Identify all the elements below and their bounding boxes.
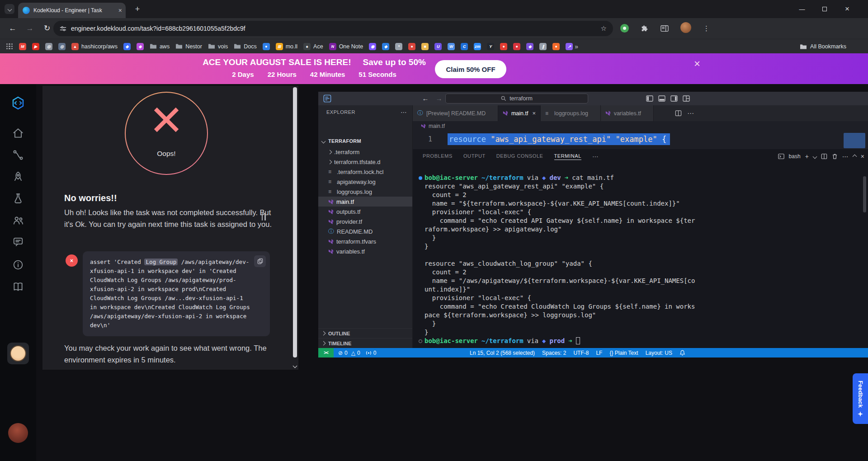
info-icon[interactable]: [12, 259, 24, 271]
status-item[interactable]: Layout: US: [646, 350, 672, 356]
bookmark-item[interactable]: ∥: [539, 43, 547, 50]
code-server-icon[interactable]: [323, 94, 331, 103]
feedback-chat-icon[interactable]: [12, 236, 24, 248]
new-terminal-icon[interactable]: +: [805, 153, 809, 160]
reload-button[interactable]: ↻: [42, 23, 52, 34]
bookmark-item[interactable]: C: [461, 43, 468, 50]
feedback-button[interactable]: Feedback: [853, 373, 868, 424]
bookmark-item[interactable]: ↗: [566, 43, 573, 50]
split-terminal-icon[interactable]: [821, 153, 827, 160]
kill-terminal-trash-icon[interactable]: [832, 153, 838, 160]
bookmark-item[interactable]: ●: [263, 43, 270, 50]
bookmark-item[interactable]: Docs: [234, 43, 256, 50]
split-editor-icon[interactable]: [675, 110, 682, 117]
timeline-section[interactable]: TIMELINE: [318, 338, 412, 348]
terminal-profile-chevron-icon[interactable]: [812, 154, 817, 159]
browser-tab[interactable]: KodeKloud - Engineer | Task ×: [18, 3, 126, 18]
maximize-panel-icon[interactable]: [852, 154, 857, 159]
bookmark-item[interactable]: N One Note: [329, 43, 363, 50]
file-tree-row[interactable]: ≡ ⓘ variables.tf: [318, 246, 412, 256]
command-center-search[interactable]: terraform: [445, 94, 588, 103]
bookmark-item[interactable]: Nestor: [175, 43, 202, 50]
nav-back-icon[interactable]: ←: [420, 94, 430, 103]
apps-grid-icon[interactable]: [6, 43, 13, 50]
panel-scrollbar[interactable]: [293, 87, 297, 358]
bookmark-item[interactable]: ◈: [137, 43, 144, 50]
toggle-sidebar-icon[interactable]: [646, 95, 653, 102]
bookmark-item[interactable]: ◎: [45, 43, 52, 50]
terminal[interactable]: bob@iac-server~/terraformvia◆dev➜cat mai…: [413, 164, 868, 348]
bookmark-item[interactable]: M: [19, 43, 26, 50]
bookmark-star-icon[interactable]: ☆: [601, 24, 607, 33]
home-icon[interactable]: [12, 127, 24, 139]
editor-tab[interactable]: ⓘ ≡ variables.tf ×: [601, 105, 654, 121]
all-bookmarks-button[interactable]: All Bookmarks: [800, 39, 846, 54]
site-settings-icon[interactable]: [60, 25, 66, 32]
bookmark-item[interactable]: zm: [474, 43, 481, 50]
status-item[interactable]: Spaces: 2: [542, 350, 566, 356]
bookmark-item[interactable]: Y: [487, 43, 494, 50]
problems-status[interactable]: ⊘0 △0: [338, 350, 360, 356]
file-tree-row[interactable]: ≡ ⓘ apigateway.log: [318, 177, 412, 187]
tab-close-icon[interactable]: ×: [118, 7, 122, 14]
ports-status[interactable]: 0: [366, 350, 377, 356]
kodekloud-logo[interactable]: [11, 96, 25, 110]
file-tree-row[interactable]: ≡ ⓘ provider.tf: [318, 216, 412, 226]
nav-forward-icon[interactable]: →: [434, 94, 444, 103]
bookmark-item[interactable]: ♠ Ace: [303, 43, 323, 50]
bookmark-item[interactable]: ◆: [382, 43, 389, 50]
window-close-button[interactable]: ×: [843, 5, 852, 14]
bookmark-item[interactable]: W: [448, 43, 455, 50]
status-item[interactable]: {} Plain Text: [609, 350, 638, 356]
editor-tab[interactable]: ⓘ ≡ main.tf ×: [498, 105, 541, 121]
copy-button[interactable]: [254, 255, 266, 267]
shell-label[interactable]: bash: [789, 153, 801, 160]
claim-offer-button[interactable]: Claim 50% OFF: [435, 60, 506, 78]
bookmark-item[interactable]: ⊞ mo.ll: [276, 43, 297, 50]
panel-resize-handle[interactable]: [259, 210, 269, 223]
panel-more-icon[interactable]: ⋯: [592, 153, 599, 160]
command-decoration-icon[interactable]: [419, 339, 422, 343]
file-tree-row[interactable]: ≡ ⓘ terraform.tfstate.d: [318, 157, 412, 167]
panel-tab[interactable]: DEBUG CONSOLE: [496, 153, 543, 160]
user-photo-avatar[interactable]: [8, 423, 28, 443]
file-tree-row[interactable]: ≡ ⓘ .terraform: [318, 147, 412, 157]
file-tree-row[interactable]: ≡ ⓘ loggroups.log: [318, 187, 412, 197]
customize-layout-icon[interactable]: [683, 95, 690, 102]
file-tree-row[interactable]: ≡ ⓘ .terraform.lock.hcl: [318, 167, 412, 177]
terminal-more-icon[interactable]: ⋯: [842, 153, 849, 160]
extensions-puzzle-icon[interactable]: [641, 24, 649, 33]
status-item[interactable]: UTF-8: [573, 350, 589, 356]
tab-close-icon[interactable]: ×: [532, 110, 536, 117]
close-panel-icon[interactable]: ×: [861, 153, 864, 160]
outline-section[interactable]: OUTLINE: [318, 328, 412, 338]
window-minimize-button[interactable]: —: [797, 6, 807, 13]
forward-button[interactable]: →: [24, 23, 35, 34]
terminal-scrollbar[interactable]: [863, 176, 866, 212]
panel-tab[interactable]: PROBLEMS: [423, 153, 453, 160]
remote-indicator[interactable]: ><: [318, 348, 334, 358]
banner-close-icon[interactable]: ×: [694, 57, 700, 70]
bookmark-item[interactable]: ●: [408, 43, 415, 50]
browser-sidebar-icon[interactable]: [660, 25, 669, 32]
window-maximize-button[interactable]: [820, 6, 829, 13]
bookmark-item[interactable]: ◎: [58, 43, 66, 50]
workspace-section[interactable]: TERRAFORM: [318, 136, 412, 146]
command-decoration-icon[interactable]: [419, 176, 422, 180]
minimap-selection[interactable]: [844, 133, 865, 148]
browser-menu-icon[interactable]: ⋮: [703, 24, 710, 33]
panel-tab[interactable]: OUTPUT: [463, 153, 486, 160]
editor-tab[interactable]: ⓘ ≡ loggroups.log ×: [541, 105, 601, 121]
bookmark-item[interactable]: ●: [552, 43, 560, 50]
bookmark-item[interactable]: ◆: [123, 43, 131, 50]
breadcrumb[interactable]: main.tf: [413, 121, 868, 131]
bookmark-item[interactable]: ●: [513, 43, 520, 50]
notifications-bell-icon[interactable]: [679, 350, 685, 356]
code-editor[interactable]: 1 resource "aws_api_gateway_rest_api" "e…: [413, 131, 868, 149]
toggle-panel-icon[interactable]: [658, 95, 665, 102]
bookmark-item[interactable]: ◉: [369, 43, 376, 50]
extension-green-icon[interactable]: [620, 24, 629, 33]
status-item[interactable]: Ln 15, Col 2 (568 selected): [470, 350, 535, 356]
editor-tab[interactable]: ⓘ ≡ [Preview] README.MD ×: [413, 105, 498, 121]
toggle-secondary-sidebar-icon[interactable]: [670, 95, 678, 102]
